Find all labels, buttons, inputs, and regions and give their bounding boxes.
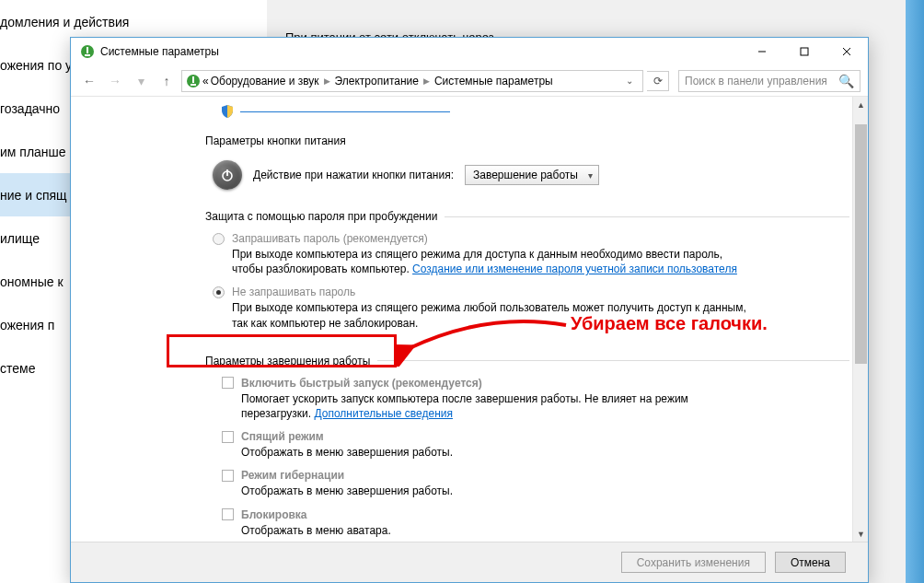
minimize-button[interactable] (741, 38, 783, 65)
save-button[interactable]: Сохранить изменения (621, 552, 766, 573)
bg-settings-item-label: ономные к (0, 274, 64, 289)
recent-button[interactable]: ▾ (130, 70, 152, 92)
truncated-top-link[interactable]: ——————————————————— (220, 104, 450, 119)
bg-settings-item-label: стеме (0, 361, 35, 376)
power-button-label: Действие при нажатии кнопки питания: (253, 169, 454, 181)
checkbox-hibernate-desc: Отображать в меню завершения работы. (241, 484, 757, 498)
breadcrumb-icon (186, 74, 201, 88)
bg-settings-item-label: ожения п (0, 318, 54, 332)
back-button[interactable]: ← (78, 70, 100, 92)
system-parameters-window: Системные параметры ← → ▾ ↑ « Оборудован… (70, 37, 869, 583)
shield-icon (220, 104, 235, 119)
breadcrumb-ellipsis[interactable]: « (202, 75, 209, 87)
checkbox-fast-startup-label: Включить быстрый запуск (рекомендуется) (241, 377, 482, 390)
chevron-right-icon: ▶ (324, 76, 330, 86)
annotation-text: Убираем все галочки. (571, 313, 768, 334)
checkbox-sleep[interactable] (222, 431, 234, 443)
content-area: ——————————————————— Параметры кнопки пит… (71, 97, 868, 582)
footer-bar: Сохранить изменения Отмена (71, 542, 868, 582)
bg-settings-item-label: гозадачно (0, 101, 60, 116)
radio-no-password-label: Не запрашивать пароль (232, 286, 355, 298)
vertical-scrollbar[interactable]: ▲ ▼ (852, 97, 868, 542)
background-right-strip (906, 0, 924, 583)
checkbox-fast-startup[interactable] (222, 377, 234, 389)
titlebar: Системные параметры (71, 38, 868, 65)
radio-no-password[interactable] (213, 286, 225, 298)
refresh-button[interactable]: ⟳ (647, 71, 669, 91)
radio-require-password-label: Запрашивать пароль (рекомендуется) (232, 232, 428, 245)
breadcrumb-seg-1[interactable]: Электропитание (335, 75, 419, 87)
search-icon: 🔍 (838, 74, 854, 88)
window-title: Системные параметры (100, 45, 219, 58)
section-protection-header: Защита с помощью пароля при пробуждении (205, 210, 437, 223)
bg-settings-item-label: илище (0, 231, 40, 246)
bg-settings-item-label: им планше (0, 145, 66, 159)
svg-rect-1 (87, 47, 88, 53)
power-button-action-select[interactable]: Завершение работы (465, 165, 599, 185)
maximize-button[interactable] (783, 38, 826, 65)
checkbox-lock[interactable] (222, 508, 234, 520)
up-button[interactable]: ↑ (156, 70, 178, 92)
breadcrumb-seg-2[interactable]: Системные параметры (434, 75, 553, 87)
svg-rect-4 (801, 48, 808, 55)
scroll-down-arrow-icon[interactable]: ▼ (853, 526, 868, 542)
forward-button[interactable]: → (104, 70, 126, 92)
search-input[interactable]: Поиск в панели управления 🔍 (678, 70, 860, 92)
section-power-button-header: Параметры кнопки питания (205, 134, 849, 147)
bg-settings-item-label: домления и действия (0, 15, 129, 29)
bg-settings-item-label: ние и спящ (0, 188, 67, 203)
breadcrumb-seg-0[interactable]: Оборудование и звук (211, 75, 319, 87)
checkbox-sleep-desc: Отображать в меню завершения работы. (241, 445, 757, 460)
address-dropdown-icon[interactable]: ⌄ (620, 76, 639, 86)
breadcrumb-bar[interactable]: « Оборудование и звук ▶ Электропитание ▶… (181, 70, 643, 92)
section-shutdown-header: Параметры завершения работы (205, 355, 370, 367)
checkbox-lock-desc: Отображать в меню аватара. (241, 523, 757, 538)
scrollbar-thumb[interactable] (855, 124, 867, 364)
chevron-right-icon: ▶ (423, 76, 430, 86)
scroll-up-arrow-icon[interactable]: ▲ (853, 97, 868, 112)
radio-require-password-desc: При выходе компьютера из спящего режима … (232, 247, 747, 276)
radio-require-password[interactable] (213, 233, 225, 245)
checkbox-fast-startup-desc: Помогает ускорить запуск компьютера посл… (241, 391, 757, 421)
checkbox-lock-label: Блокировка (241, 508, 307, 521)
checkbox-hibernate-label: Режим гибернации (241, 469, 344, 482)
power-icon (213, 160, 242, 190)
divider (445, 216, 849, 217)
window-icon (80, 44, 95, 59)
close-button[interactable] (826, 38, 868, 65)
svg-rect-2 (85, 54, 90, 56)
checkbox-sleep-label: Спящий режим (241, 430, 324, 443)
divider (377, 360, 849, 361)
cancel-button[interactable]: Отмена (775, 552, 846, 573)
search-placeholder: Поиск в панели управления (685, 75, 827, 87)
checkbox-hibernate[interactable] (222, 470, 234, 482)
more-info-link[interactable]: Дополнительные сведения (314, 407, 452, 420)
create-password-link[interactable]: Создание или изменение пароля учетной за… (412, 262, 737, 275)
address-row: ← → ▾ ↑ « Оборудование и звук ▶ Электроп… (71, 65, 868, 97)
